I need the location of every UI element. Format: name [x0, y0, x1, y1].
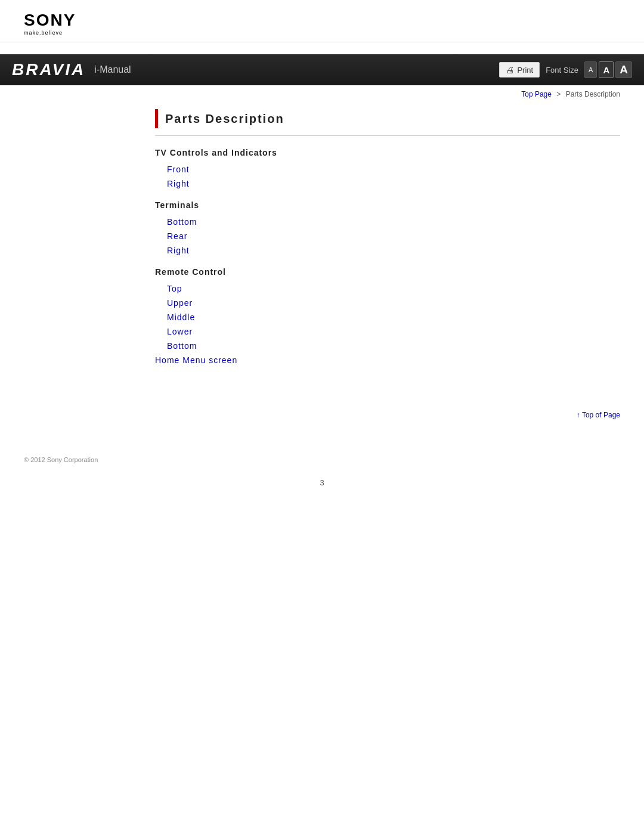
navigation-bar: BRAVIA i-Manual 🖨 Print Font Size A A A [0, 54, 644, 85]
link-bottom-remote[interactable]: Bottom [155, 339, 620, 353]
breadcrumb-current: Parts Description [566, 90, 620, 98]
sony-tagline: make.believe [24, 30, 63, 36]
link-right-terminals[interactable]: Right [155, 243, 620, 258]
page-title-section: Parts Description [155, 109, 620, 136]
link-front[interactable]: Front [155, 162, 620, 176]
copyright-text: © 2012 Sony Corporation [24, 456, 98, 463]
bravia-title-group: BRAVIA i-Manual [12, 60, 131, 79]
red-accent-bar [155, 109, 158, 128]
footer: © 2012 Sony Corporation [24, 456, 98, 463]
logo-area: SONY make.believe [0, 0, 644, 42]
top-arrow-icon: ↑ [577, 411, 580, 419]
page-title: Parts Description [165, 112, 284, 126]
link-middle[interactable]: Middle [155, 310, 620, 324]
home-menu-section: Home Menu screen [155, 353, 620, 367]
top-of-page-link[interactable]: ↑ Top of Page [577, 411, 620, 419]
nav-controls: 🖨 Print Font Size A A A [499, 61, 632, 78]
tv-controls-section: TV Controls and Indicators Front Right [155, 148, 620, 191]
remote-control-section: Remote Control Top Upper Middle Lower Bo… [155, 267, 620, 353]
terminals-section: Terminals Bottom Rear Right [155, 200, 620, 258]
bravia-logo: BRAVIA [12, 60, 85, 79]
sony-wordmark: SONY [24, 12, 76, 29]
top-of-page-label: Top of Page [582, 411, 620, 419]
main-content: Parts Description TV Controls and Indica… [0, 103, 644, 391]
breadcrumb-separator: > [556, 90, 561, 98]
font-size-controls: A A A [584, 61, 632, 78]
link-rear[interactable]: Rear [155, 229, 620, 243]
print-label: Print [517, 66, 533, 75]
link-upper[interactable]: Upper [155, 296, 620, 310]
print-button[interactable]: 🖨 Print [499, 62, 540, 78]
font-size-label: Font Size [546, 66, 578, 75]
page-number: 3 [320, 478, 324, 487]
link-bottom-terminals[interactable]: Bottom [155, 215, 620, 229]
remote-control-heading: Remote Control [155, 267, 620, 277]
font-small-button[interactable]: A [584, 61, 597, 78]
link-lower[interactable]: Lower [155, 324, 620, 339]
breadcrumb: Top Page > Parts Description [0, 85, 644, 103]
breadcrumb-top-page[interactable]: Top Page [521, 90, 552, 98]
manual-label: i-Manual [94, 64, 131, 75]
font-large-button[interactable]: A [615, 61, 632, 78]
link-right-tv[interactable]: Right [155, 176, 620, 191]
link-top[interactable]: Top [155, 281, 620, 296]
link-home-menu[interactable]: Home Menu screen [155, 353, 620, 367]
top-of-page-area: ↑ Top of Page [0, 409, 644, 420]
terminals-heading: Terminals [155, 200, 620, 210]
sony-logo: SONY make.believe [24, 12, 620, 36]
print-icon: 🖨 [506, 65, 514, 75]
font-medium-button[interactable]: A [599, 61, 614, 78]
tv-controls-heading: TV Controls and Indicators [155, 148, 620, 157]
